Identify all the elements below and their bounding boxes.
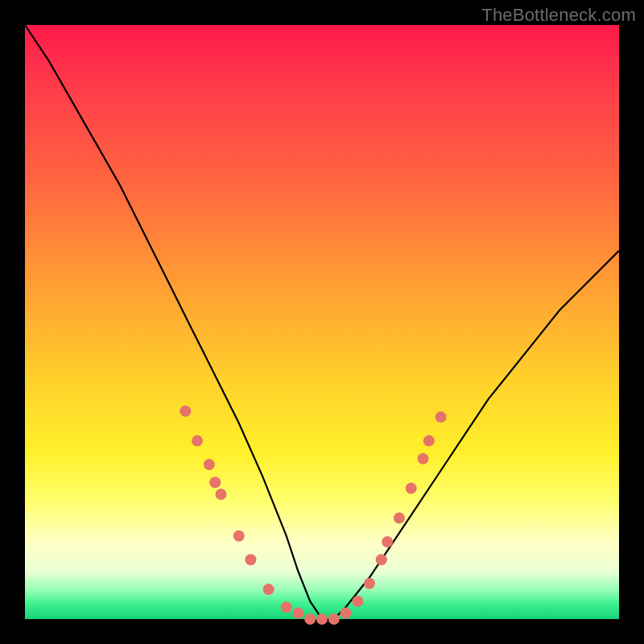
curve-dot [245,554,256,565]
curve-dot [423,436,435,447]
curve-dot [216,489,227,500]
curve-dot [304,613,316,625]
curve-dot [418,453,429,464]
curve-dot [436,411,447,423]
curve-dot [263,584,275,595]
curve-dot [209,477,221,488]
curve-dot [394,513,405,524]
curve-dot [281,601,292,613]
curve-dot [204,459,215,470]
curve-dot [376,554,387,565]
curve-dot [364,578,375,589]
curve-markers [180,406,446,625]
curve-dot [352,596,363,607]
curve-dot [341,608,352,619]
curve-dot [180,406,191,417]
curve-svg [25,25,619,619]
watermark-text: TheBottleneck.com [481,5,636,26]
curve-dot [192,436,203,447]
curve-dot [328,613,340,625]
bottleneck-curve [25,25,619,619]
curve-dot [406,483,417,494]
curve-dot [382,536,393,547]
curve-dot [233,530,245,542]
curve-dot [316,613,328,625]
curve-dot [293,608,304,619]
chart-frame: TheBottleneck.com [0,0,644,644]
plot-area [25,25,619,619]
